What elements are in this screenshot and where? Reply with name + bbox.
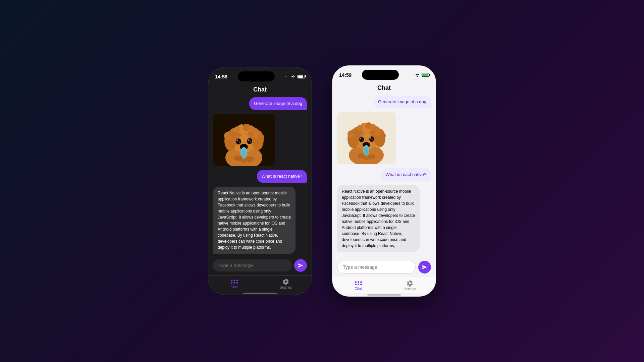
light-tab-settings[interactable]: Settings (384, 280, 436, 291)
dark-status-bar: 14:58 ··· (208, 67, 312, 83)
send-icon (298, 263, 303, 268)
light-settings-gear-icon (407, 280, 413, 287)
light-chat-header: Chat (332, 82, 436, 96)
light-msg-1-bubble: Generate image of a dog (373, 96, 431, 108)
svg-point-54 (362, 140, 363, 141)
light-msg-4-row: React Native is an open-source mobile ap… (337, 185, 431, 252)
svg-point-29 (234, 126, 240, 133)
svg-point-53 (370, 137, 372, 139)
svg-point-50 (359, 137, 364, 142)
svg-point-16 (236, 138, 241, 144)
battery-icon (298, 75, 305, 78)
dark-phone: 14:58 ··· Chat Generate image of a dog (208, 67, 312, 295)
dark-dog-image (213, 114, 275, 166)
send-icon-light (422, 264, 427, 270)
svg-point-55 (372, 139, 373, 140)
dark-msg-3-bubble: What is react native? (257, 170, 307, 183)
light-msg-4-bubble: React Native is an open-source mobile ap… (337, 185, 420, 252)
light-status-time: 14:59 (339, 72, 352, 78)
light-settings-tab-label: Settings (404, 287, 416, 291)
wifi-icon (290, 74, 296, 78)
dark-chat-area: Generate image of a dog (208, 97, 312, 256)
light-input-area (332, 257, 436, 277)
dark-settings-tab-label: Settings (280, 286, 292, 289)
light-home-indicator (367, 294, 401, 296)
light-chat-tab-icon (355, 280, 362, 286)
light-dog-image-row (337, 112, 431, 164)
dark-chat-header: Chat (208, 83, 312, 97)
svg-point-17 (247, 138, 252, 144)
light-dynamic-island (362, 70, 399, 80)
dark-status-icons: ··· (285, 74, 305, 78)
svg-point-47 (352, 129, 358, 135)
light-tab-chat[interactable]: Chat (332, 280, 384, 291)
light-message-input[interactable] (337, 261, 416, 274)
light-status-bar: 14:59 ··· (332, 66, 436, 82)
light-chat-area: Generate image of a dog (332, 96, 436, 257)
svg-point-20 (239, 142, 240, 143)
chat-tab-icon (230, 279, 238, 285)
light-msg-1-row: Generate image of a dog (337, 96, 431, 108)
dark-tab-settings[interactable]: Settings (260, 278, 312, 289)
light-dog-image (337, 112, 396, 164)
light-msg-3-row: What is react native? (337, 168, 431, 181)
dark-message-input[interactable] (213, 259, 291, 272)
dark-chat-tab-label: Chat (230, 285, 237, 289)
settings-gear-icon (282, 278, 289, 285)
battery-icon-light (422, 73, 429, 77)
svg-point-51 (369, 136, 374, 142)
dark-tab-bar: Chat Settings (208, 275, 312, 291)
svg-point-65 (358, 154, 365, 158)
dark-msg-4-bubble: React Native is an open-source mobile ap… (213, 187, 296, 254)
svg-point-64 (370, 124, 376, 130)
light-msg-3-bubble: What is react native? (381, 168, 431, 181)
dark-msg-1-row: Generate image of a dog (213, 97, 307, 110)
light-send-button[interactable] (418, 261, 431, 274)
svg-point-52 (360, 138, 362, 139)
dark-msg-4-row: React Native is an open-source mobile ap… (213, 187, 307, 254)
dark-msg-1-bubble: Generate image of a dog (249, 97, 307, 110)
light-chat-tab-label: Chat (355, 287, 362, 291)
dark-tab-chat[interactable]: Chat (208, 279, 260, 289)
svg-point-21 (250, 141, 251, 142)
svg-point-15 (258, 134, 264, 141)
dark-input-area (208, 256, 312, 275)
svg-point-19 (248, 139, 250, 141)
svg-point-30 (248, 125, 254, 132)
dots-icon: ··· (409, 73, 413, 76)
wifi-icon-light (415, 73, 420, 77)
svg-point-63 (357, 125, 363, 131)
light-status-icons: ··· (409, 73, 429, 77)
dark-msg-3-row: What is react native? (213, 170, 307, 183)
svg-point-18 (236, 139, 238, 141)
light-tab-bar: Chat Settings (332, 277, 436, 293)
dark-dog-image-row (213, 114, 307, 166)
light-phone: 14:59 ··· Chat Generate image of a dog (332, 65, 436, 297)
dark-status-time: 14:58 (215, 74, 227, 79)
dots-icon: ··· (285, 75, 289, 78)
svg-point-67 (363, 157, 369, 160)
dark-send-button[interactable] (294, 259, 307, 272)
dark-home-indicator (243, 293, 277, 294)
svg-point-49 (380, 133, 386, 139)
dark-dynamic-island (238, 71, 275, 81)
svg-point-33 (240, 159, 247, 163)
